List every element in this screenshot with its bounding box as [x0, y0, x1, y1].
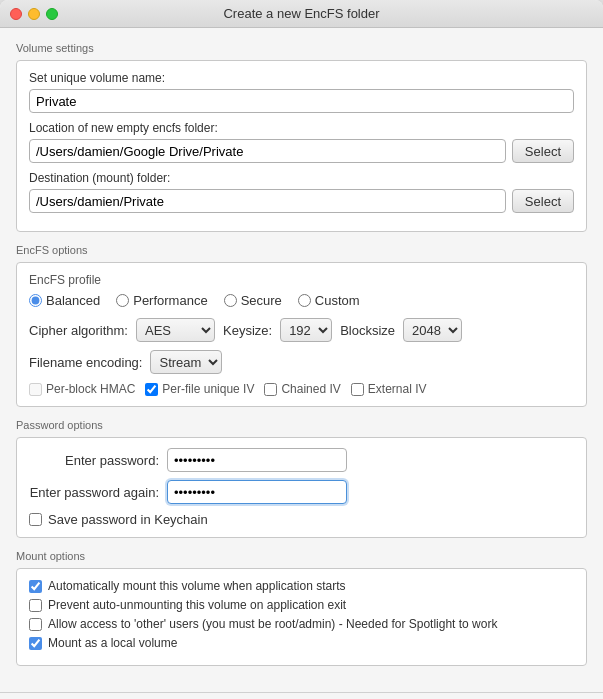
window-title: Create a new EncFS folder	[223, 6, 379, 21]
profile-balanced[interactable]: Balanced	[29, 293, 100, 308]
encfs-options-group: EncFS profile Balanced Performance Secur…	[16, 262, 587, 407]
volume-name-label: Set unique volume name:	[29, 71, 574, 85]
save-keychain-label: Save password in Keychain	[48, 512, 208, 527]
cipher-row: Cipher algorithm: AES Blowfish Keysize: …	[29, 318, 574, 342]
external-iv-checkbox[interactable]: External IV	[351, 382, 427, 396]
destination-input[interactable]	[29, 189, 506, 213]
destination-select-button[interactable]: Select	[512, 189, 574, 213]
minimize-button[interactable]	[28, 8, 40, 20]
location-input[interactable]	[29, 139, 506, 163]
content-area: Volume settings Set unique volume name: …	[0, 28, 603, 692]
location-row: Select	[29, 139, 574, 163]
cipher-algorithm-label: Cipher algorithm:	[29, 323, 128, 338]
encfs-profile-label: EncFS profile	[29, 273, 574, 287]
enter-password-again-input[interactable]	[167, 480, 347, 504]
encfs-checkboxes: Per-block HMAC Per-file unique IV Chaine…	[29, 382, 574, 396]
keysize-select[interactable]: 128 192 256	[280, 318, 332, 342]
mount-options-label: Mount options	[16, 550, 587, 562]
prevent-unmount-checkbox[interactable]: Prevent auto-unmounting this volume on a…	[29, 598, 574, 612]
profile-custom[interactable]: Custom	[298, 293, 360, 308]
password-options-label: Password options	[16, 419, 587, 431]
close-button[interactable]	[10, 8, 22, 20]
titlebar: Create a new EncFS folder	[0, 0, 603, 28]
enter-password-again-row: Enter password again:	[29, 480, 574, 504]
auto-mount-checkbox[interactable]: Automatically mount this volume when app…	[29, 579, 574, 593]
enter-password-row: Enter password:	[29, 448, 574, 472]
mount-options-group: Automatically mount this volume when app…	[16, 568, 587, 666]
enter-password-again-label: Enter password again:	[29, 485, 159, 500]
maximize-button[interactable]	[46, 8, 58, 20]
allow-other-checkbox[interactable]: Allow access to 'other' users (you must …	[29, 617, 574, 631]
cipher-algorithm-select[interactable]: AES Blowfish	[136, 318, 215, 342]
destination-row: Select	[29, 189, 574, 213]
save-keychain-checkbox[interactable]: Save password in Keychain	[29, 512, 574, 527]
filename-row: Filename encoding: Stream Block Null	[29, 350, 574, 374]
destination-label: Destination (mount) folder:	[29, 171, 574, 185]
blocksize-select[interactable]: 1024 2048 4096	[403, 318, 462, 342]
per-block-hmac-checkbox[interactable]: Per-block HMAC	[29, 382, 135, 396]
filename-encoding-label: Filename encoding:	[29, 355, 142, 370]
profile-secure[interactable]: Secure	[224, 293, 282, 308]
enter-password-input[interactable]	[167, 448, 347, 472]
volume-name-input[interactable]	[29, 89, 574, 113]
local-volume-checkbox[interactable]: Mount as a local volume	[29, 636, 574, 650]
blocksize-label: Blocksize	[340, 323, 395, 338]
volume-settings-group: Set unique volume name: Location of new …	[16, 60, 587, 232]
bottom-divider	[0, 692, 603, 693]
location-label: Location of new empty encfs folder:	[29, 121, 574, 135]
encfs-options-label: EncFS options	[16, 244, 587, 256]
volume-settings-label: Volume settings	[16, 42, 587, 54]
enter-password-label: Enter password:	[29, 453, 159, 468]
location-select-button[interactable]: Select	[512, 139, 574, 163]
keysize-label: Keysize:	[223, 323, 272, 338]
encfs-profile-group: Balanced Performance Secure Custom	[29, 293, 574, 308]
password-options-group: Enter password: Enter password again: Sa…	[16, 437, 587, 538]
filename-encoding-select[interactable]: Stream Block Null	[150, 350, 222, 374]
traffic-lights	[10, 8, 58, 20]
main-window: Create a new EncFS folder Volume setting…	[0, 0, 603, 699]
chained-iv-checkbox[interactable]: Chained IV	[264, 382, 340, 396]
profile-performance[interactable]: Performance	[116, 293, 207, 308]
per-file-iv-checkbox[interactable]: Per-file unique IV	[145, 382, 254, 396]
